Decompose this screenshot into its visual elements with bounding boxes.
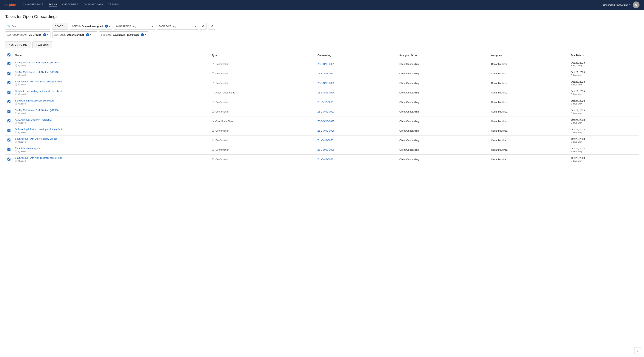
due-date-column-header[interactable]: Due Date ↑ <box>569 52 639 59</box>
refresh-icon-button[interactable]: ↺ <box>208 23 215 30</box>
onboarding-link[interactable]: ZSS-ONB-0023 <box>318 110 334 113</box>
row-type-cell: ☑ Confirmation <box>210 154 315 164</box>
table-row: Staff Account with Non-Discretionary Bro… <box>5 154 639 164</box>
row-checkbox[interactable] <box>8 138 10 142</box>
reassign-button[interactable]: REASSIGN <box>32 42 52 48</box>
nav-link-onboardings[interactable]: ONBOARDINGS <box>84 3 103 7</box>
due-date-filter[interactable]: DUE DATE 10/23/2023 - 11/03/2023 ✕ ▾ <box>99 32 148 38</box>
scroll-button[interactable]: ↕ <box>634 347 641 354</box>
row-checkbox[interactable] <box>8 129 10 132</box>
row-checkbox-cell[interactable] <box>5 126 13 136</box>
status-chevron-icon[interactable]: ▾ <box>109 25 110 28</box>
row-checkbox-cell[interactable] <box>5 136 13 145</box>
avatar[interactable]: U <box>633 2 640 8</box>
onboarding-link[interactable]: ZSS-ONB-0025 <box>318 120 334 122</box>
row-checkbox-cell[interactable] <box>5 59 13 69</box>
row-checkbox-cell[interactable] <box>5 154 13 164</box>
assignee-filter[interactable]: ASSIGNEE Oscar Martinez ✕ ▾ <box>52 32 97 38</box>
task-name-link[interactable]: AML Approval Decision (Version 2) <box>15 118 52 121</box>
row-checkbox-cell[interactable] <box>5 145 13 154</box>
assigned-group-chevron-icon[interactable]: ▾ <box>47 34 48 36</box>
search-box[interactable]: 🔍 <box>5 23 50 30</box>
row-assigned-group-cell: Client Onboarding <box>397 59 489 69</box>
row-checkbox[interactable] <box>8 100 10 103</box>
row-checkbox[interactable] <box>8 158 10 160</box>
onboarding-link[interactable]: ZSS-ONB-0022 <box>318 72 334 75</box>
assignee-clear[interactable]: ✕ <box>86 33 89 36</box>
row-checkbox[interactable] <box>8 148 10 151</box>
search-input[interactable] <box>12 25 45 28</box>
row-checkbox-cell[interactable] <box>5 107 13 116</box>
type-icon: ☑ <box>212 148 214 151</box>
assigned-group-filter[interactable]: ASSIGNED GROUP My Groups ✕ ▾ <box>5 32 50 38</box>
clock-icon: 🕐 <box>15 150 18 152</box>
name-column-header[interactable]: Name <box>13 52 210 59</box>
due-date-clear[interactable]: ✕ <box>141 33 144 36</box>
type-icon: ⬆ <box>212 91 214 94</box>
onboarding-link[interactable]: TIL-ONB-0058 <box>318 158 334 161</box>
assignee-chevron-icon[interactable]: ▾ <box>90 34 92 36</box>
row-onboarding-cell: ZSS-ONB-0021 <box>315 59 397 69</box>
onboarding-chevron-icon[interactable]: ▾ <box>152 25 153 28</box>
task-name-link[interactable]: Set Up Multi-Asset Risk System (MARS) <box>15 109 58 112</box>
search-button[interactable]: SEARCH <box>52 23 68 30</box>
onboarding-filter[interactable]: ONBOARDING Any ▾ <box>114 23 155 30</box>
status-filter-clear[interactable]: ✕ <box>105 25 108 28</box>
row-checkbox-cell[interactable] <box>5 98 13 107</box>
task-status-label: Queued <box>18 122 26 124</box>
row-checkbox-cell[interactable] <box>5 116 13 126</box>
status-filter-value: Queued, Assigned <box>82 25 103 28</box>
due-date-main: Oct 24, 2023 <box>571 118 636 121</box>
clock-icon: 🕐 <box>15 112 18 114</box>
row-checkbox-cell[interactable] <box>5 78 13 88</box>
onboarding-link[interactable]: ZSS-ONB-0026 <box>318 148 334 151</box>
row-assignee-cell: Oscar Martinez <box>489 154 569 164</box>
assigned-group-value: My Groups <box>28 34 41 36</box>
nav-link-trends[interactable]: TRENDS <box>108 3 119 7</box>
task-name-link[interactable]: Staff Account with Non-Discretionary Bro… <box>15 80 62 83</box>
onboarding-filter-value: Any <box>132 25 136 28</box>
task-name-link[interactable]: Set Up Multi-Asset Risk System (MARS) <box>15 61 58 64</box>
row-checkbox-cell[interactable] <box>5 69 13 78</box>
workspace-button[interactable]: Connected Onboarding ▾ <box>603 4 630 6</box>
nav-link-customers[interactable]: CUSTOMERS <box>62 3 78 7</box>
task-name-link[interactable]: Establish internal syncs <box>15 147 40 150</box>
task-name-link[interactable]: Onboarding initiation meeting with the c… <box>15 128 62 131</box>
row-checkbox[interactable] <box>8 110 10 113</box>
task-type-label: Confirmation <box>216 101 229 104</box>
row-checkbox[interactable] <box>8 62 10 65</box>
task-type-chevron-icon[interactable]: ▾ <box>195 25 196 28</box>
row-assigned-group-cell: Client Onboarding <box>397 126 489 136</box>
task-name-link[interactable]: Set Up Multi-Asset Risk System (MARS) <box>15 71 58 74</box>
assigned-group-clear[interactable]: ✕ <box>43 33 46 36</box>
nav-link-tasks[interactable]: TASKS <box>48 3 57 7</box>
select-all-checkbox[interactable] <box>8 54 10 56</box>
row-onboarding-cell: TIL-ONB-0058 <box>315 136 397 145</box>
assign-to-me-button[interactable]: ASSIGN TO ME <box>5 42 30 48</box>
task-type-filter[interactable]: TASK TYPE Any ▾ <box>157 23 198 30</box>
row-onboarding-cell: TIL-ONB-0058 <box>315 154 397 164</box>
row-checkbox[interactable] <box>8 120 10 122</box>
due-date-chevron-icon[interactable]: ▾ <box>145 34 146 36</box>
clock-icon: 🕐 <box>15 93 18 95</box>
onboarding-link[interactable]: ZSS-ONB-0026 <box>318 91 334 94</box>
select-all-header[interactable] <box>5 52 13 59</box>
assigned-group-value: Client Onboarding <box>399 158 419 161</box>
status-filter[interactable]: STATUS Queued, Assigned ✕ ▾ <box>70 23 112 30</box>
task-name-link[interactable]: Distribute onboarding materials to the c… <box>15 90 62 92</box>
filter-icon-button[interactable]: ⚙ <box>200 23 207 30</box>
task-name-link[interactable]: Staff Account with Discretionary Broker <box>15 138 57 140</box>
row-due-date-cell: Oct 26, 2023 8 days away <box>569 154 639 164</box>
row-checkbox[interactable] <box>8 81 10 84</box>
row-checkbox[interactable] <box>8 91 10 94</box>
onboarding-link[interactable]: TIL-ONB-0058 <box>318 101 334 104</box>
row-checkbox[interactable] <box>8 72 10 75</box>
onboarding-link[interactable]: ZSS-ONB-0021 <box>318 62 334 66</box>
task-name-link[interactable]: Staff Account with Non-Discretionary Bro… <box>15 156 62 159</box>
onboarding-link[interactable]: ZSS-ONB-0023 <box>318 82 334 84</box>
onboarding-link[interactable]: ZSS-ONB-0026 <box>318 129 334 132</box>
onboarding-link[interactable]: TIL-ONB-0058 <box>318 139 334 142</box>
row-checkbox-cell[interactable] <box>5 88 13 98</box>
task-name-link[interactable]: Send Client Discretionary Disclosure <box>15 99 54 102</box>
nav-link-my-workspace[interactable]: MY WORKSPACE <box>22 3 43 7</box>
